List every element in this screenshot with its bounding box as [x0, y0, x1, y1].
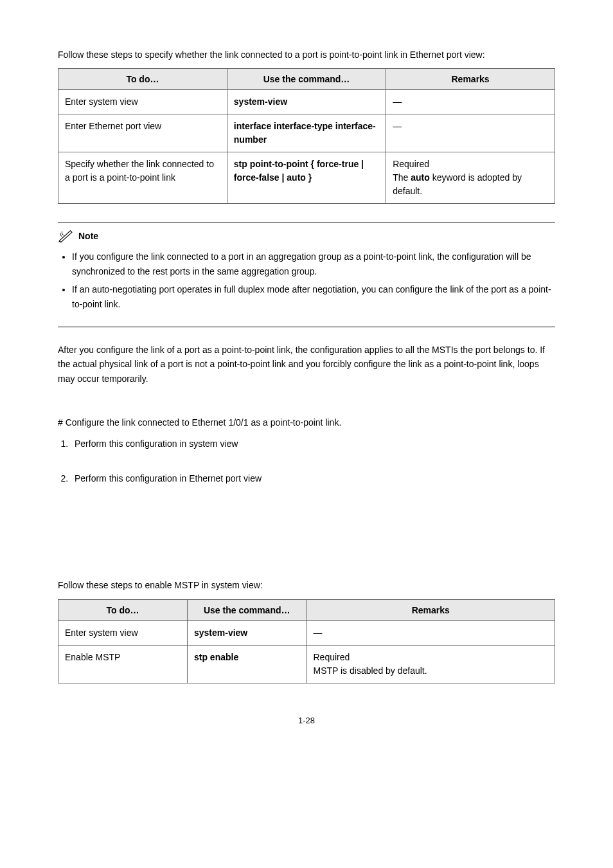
table-row: Enter system view system-view — [58, 90, 555, 114]
cell-remarks: — [386, 90, 555, 114]
remark-kw: auto [411, 172, 430, 183]
cell-remarks: — [306, 620, 555, 645]
th-remarks: Remarks [386, 69, 555, 90]
cmd-text: system-view [234, 96, 287, 107]
cell-remarks: Required The auto keyword is adopted by … [386, 152, 555, 204]
page-number: 1-28 [58, 716, 555, 725]
intro-paragraph: Follow these steps to specify whether th… [58, 48, 555, 62]
table-row: Enable MSTP stp enable Required MSTP is … [58, 645, 555, 683]
table-row: Specify whether the link connected to a … [58, 152, 555, 204]
note-item: If you configure the link connected to a… [72, 249, 555, 278]
example-list: Perform this configuration in system vie… [58, 437, 555, 451]
remark-text: MSTP is disabled by default. [313, 665, 427, 676]
table-ethernet-port-view: To do… Use the command… Remarks Enter sy… [58, 68, 555, 204]
th-remarks: Remarks [306, 599, 555, 620]
th-command: Use the command… [227, 69, 386, 90]
remark-text: The [393, 172, 411, 183]
example-item: Perform this configuration in Ethernet p… [71, 471, 555, 485]
page: Follow these steps to specify whether th… [0, 0, 613, 868]
cell-remarks: — [386, 114, 555, 152]
cmd-text: stp point-to-point { force-true | force-… [234, 159, 364, 183]
cell-todo: Specify whether the link connected to a … [58, 152, 227, 204]
example-list: Perform this configuration in Ethernet p… [58, 471, 555, 485]
cell-command: interface interface-type interface-numbe… [227, 114, 386, 152]
th-command: Use the command… [187, 599, 306, 620]
th-todo: To do… [58, 69, 227, 90]
th-todo: To do… [58, 599, 188, 620]
intro-paragraph-2: Follow these steps to enable MSTP in sys… [58, 578, 555, 592]
cell-command: stp enable [187, 645, 306, 683]
note-block: Note If you configure the link connected… [58, 222, 555, 327]
cell-todo: Enable MSTP [58, 645, 188, 683]
cell-command: system-view [227, 90, 386, 114]
note-item: If an auto-negotiating port operates in … [72, 282, 555, 311]
cell-todo: Enter system view [58, 90, 227, 114]
note-label: Note [78, 231, 98, 241]
example-item: Perform this configuration in system vie… [71, 437, 555, 451]
note-icon [58, 229, 75, 243]
cmd-text: stp enable [194, 652, 238, 662]
table-enable-mstp: To do… Use the command… Remarks Enter sy… [58, 599, 555, 683]
remark-required: Required [393, 159, 429, 169]
table-row: Enter Ethernet port view interface inter… [58, 114, 555, 152]
table-row: Enter system view system-view — [58, 620, 555, 645]
cmd-text: interface interface-type interface-numbe… [234, 121, 376, 145]
cell-todo: Enter Ethernet port view [58, 114, 227, 152]
body-paragraph: After you configure the link of a port a… [58, 343, 555, 386]
example-intro: # Configure the link connected to Ethern… [58, 415, 555, 429]
cell-command: system-view [187, 620, 306, 645]
cell-todo: Enter system view [58, 620, 188, 645]
cmd-text: system-view [194, 628, 247, 638]
cell-command: stp point-to-point { force-true | force-… [227, 152, 386, 204]
note-list: If you configure the link connected to a… [58, 249, 555, 311]
cell-remarks: Required MSTP is disabled by default. [306, 645, 555, 683]
note-header: Note [58, 229, 555, 243]
remark-required: Required [313, 652, 350, 662]
